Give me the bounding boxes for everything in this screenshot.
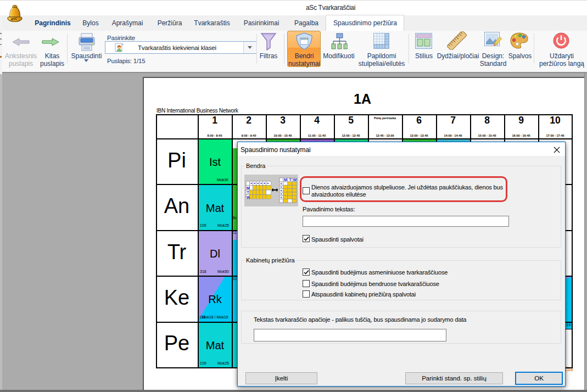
svg-text:M: M (284, 178, 287, 182)
svg-text:asc: asc (10, 15, 18, 22)
svg-text:M: M (247, 186, 250, 190)
svg-text:T: T (289, 178, 292, 182)
svg-text:W: W (247, 195, 250, 199)
svg-text:T: T (247, 191, 250, 194)
svg-text:W: W (293, 178, 297, 182)
